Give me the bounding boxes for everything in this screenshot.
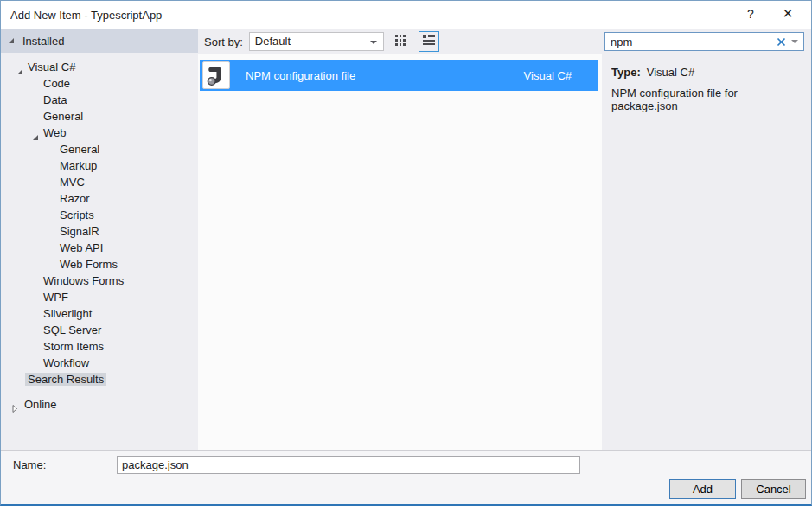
template-description: NPM configuration file for package.json bbox=[611, 86, 804, 112]
search-input[interactable] bbox=[605, 34, 774, 49]
sidebar-item-label: Storm Items bbox=[43, 340, 104, 353]
templates-area: Sort by: Default bbox=[198, 29, 811, 450]
template-item-npm-configuration-file[interactable]: NPM configuration fileVisual C# bbox=[200, 60, 598, 91]
search-box bbox=[604, 32, 804, 51]
sidebar-item-online[interactable]: Online bbox=[1, 396, 198, 413]
list-view-icon bbox=[422, 34, 436, 50]
list-view-button[interactable] bbox=[419, 31, 439, 52]
sidebar-item-general[interactable]: General bbox=[1, 141, 198, 157]
small-icons-view-icon bbox=[394, 34, 407, 49]
sidebar-item-search-results[interactable]: Search Results bbox=[1, 371, 198, 388]
sidebar-item-label: SignalR bbox=[60, 225, 99, 238]
sidebar-item-razor[interactable]: Razor bbox=[1, 190, 198, 207]
sort-by-value: Default bbox=[255, 35, 291, 48]
sidebar-item-wpf[interactable]: WPF bbox=[1, 289, 198, 305]
sidebar-item-label: Windows Forms bbox=[43, 274, 124, 287]
dialog-body: Installed Visual C#CodeDataGeneralWebGen… bbox=[1, 29, 811, 450]
search-dropdown-icon[interactable] bbox=[791, 40, 798, 43]
close-icon: × bbox=[783, 3, 793, 22]
name-label: Name: bbox=[13, 458, 46, 471]
sidebar-item-web[interactable]: Web bbox=[1, 125, 198, 141]
sidebar-item-label: General bbox=[43, 110, 83, 123]
category-sidebar: Installed Visual C#CodeDataGeneralWebGen… bbox=[1, 29, 198, 450]
sidebar-item-data[interactable]: Data bbox=[1, 92, 198, 108]
sort-by-label: Sort by: bbox=[204, 35, 243, 48]
sidebar-item-label: Web bbox=[43, 126, 67, 139]
sidebar-item-web-api[interactable]: Web API bbox=[1, 240, 198, 256]
type-value: Visual C# bbox=[647, 66, 694, 79]
sidebar-item-visual-c[interactable]: Visual C# bbox=[1, 59, 198, 75]
add-button[interactable]: Add bbox=[669, 479, 736, 499]
add-new-item-dialog: Add New Item - TypescriptApp ? × Install… bbox=[0, 0, 812, 506]
template-item-title: NPM configuration file bbox=[246, 69, 524, 82]
sidebar-item-label: Scripts bbox=[60, 208, 94, 221]
name-input[interactable] bbox=[117, 456, 580, 474]
category-tree: Visual C#CodeDataGeneralWebGeneralMarkup… bbox=[1, 53, 198, 388]
help-button[interactable]: ? bbox=[735, 1, 766, 28]
template-details-panel: Type:Visual C# NPM configuration file fo… bbox=[602, 54, 811, 450]
sidebar-item-label: Web Forms bbox=[60, 258, 118, 271]
small-icons-view-button[interactable] bbox=[391, 31, 412, 52]
template-item-language: Visual C# bbox=[524, 69, 572, 82]
sidebar-item-label: Workflow bbox=[43, 356, 89, 369]
dialog-footer: Name: Add Cancel bbox=[1, 450, 811, 504]
sidebar-item-general[interactable]: General bbox=[1, 108, 198, 125]
sidebar-item-label: Code bbox=[43, 77, 70, 90]
sidebar-header-label: Installed bbox=[22, 35, 64, 48]
close-button[interactable]: × bbox=[770, 1, 806, 28]
expand-arrow-icon bbox=[8, 37, 15, 44]
title-bar: Add New Item - TypescriptApp ? × bbox=[1, 1, 811, 29]
sidebar-item-label: General bbox=[60, 143, 99, 156]
sidebar-item-label: Razor bbox=[60, 192, 90, 205]
sidebar-item-code[interactable]: Code bbox=[1, 75, 198, 92]
sidebar-item-signalr[interactable]: SignalR bbox=[1, 223, 198, 240]
sort-by-dropdown[interactable]: Default bbox=[249, 32, 384, 51]
type-label: Type: bbox=[611, 66, 641, 79]
sidebar-item-markup[interactable]: Markup bbox=[1, 157, 198, 174]
sidebar-item-installed[interactable]: Installed bbox=[1, 29, 198, 53]
templates-content: NPM configuration fileVisual C# Type:Vis… bbox=[198, 54, 811, 450]
cancel-button[interactable]: Cancel bbox=[741, 479, 806, 499]
sidebar-item-label: Silverlight bbox=[43, 307, 92, 320]
sidebar-item-web-forms[interactable]: Web Forms bbox=[1, 256, 198, 272]
sidebar-item-label: Web API bbox=[60, 241, 103, 254]
chevron-down-icon bbox=[370, 41, 377, 44]
help-icon: ? bbox=[747, 7, 754, 21]
sidebar-item-windows-forms[interactable]: Windows Forms bbox=[1, 272, 198, 289]
sidebar-item-scripts[interactable]: Scripts bbox=[1, 207, 198, 223]
templates-toolbar: Sort by: Default bbox=[198, 29, 811, 54]
npm-json-scroll-icon bbox=[202, 61, 230, 89]
sidebar-item-label: Markup bbox=[60, 159, 97, 172]
sidebar-item-label: Online bbox=[24, 398, 57, 411]
template-type-line: Type:Visual C# bbox=[611, 66, 804, 79]
sidebar-item-storm-items[interactable]: Storm Items bbox=[1, 338, 198, 355]
sidebar-item-mvc[interactable]: MVC bbox=[1, 174, 198, 190]
collapse-arrow-icon bbox=[12, 400, 18, 417]
sidebar-item-label: MVC bbox=[60, 176, 85, 189]
sidebar-item-label: WPF bbox=[43, 291, 68, 304]
sidebar-item-label: SQL Server bbox=[43, 323, 101, 336]
sidebar-item-sql-server[interactable]: SQL Server bbox=[1, 322, 198, 338]
dialog-title: Add New Item - TypescriptApp bbox=[10, 9, 162, 22]
template-list: NPM configuration fileVisual C# bbox=[198, 54, 602, 450]
search-clear-icon[interactable] bbox=[774, 37, 789, 47]
sidebar-item-label: Data bbox=[43, 93, 67, 106]
sidebar-item-workflow[interactable]: Workflow bbox=[1, 355, 198, 371]
sidebar-item-silverlight[interactable]: Silverlight bbox=[1, 305, 198, 322]
sidebar-item-label: Visual C# bbox=[28, 61, 75, 74]
sidebar-item-label: Search Results bbox=[25, 373, 106, 386]
